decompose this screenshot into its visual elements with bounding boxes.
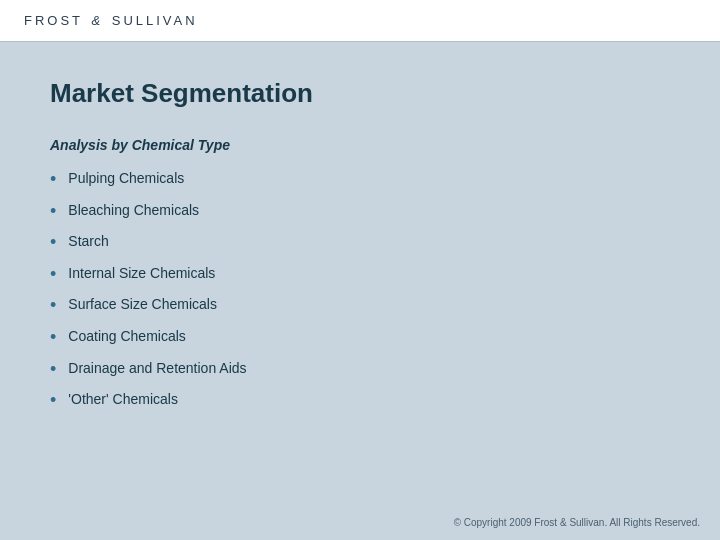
bullet-item-text: Internal Size Chemicals	[68, 264, 215, 284]
list-item: •'Other' Chemicals	[50, 390, 670, 412]
list-item: •Drainage and Retention Aids	[50, 359, 670, 381]
bullet-icon: •	[50, 264, 56, 286]
bullet-icon: •	[50, 359, 56, 381]
page-title: Market Segmentation	[50, 78, 670, 109]
bullet-icon: •	[50, 169, 56, 191]
list-item: •Internal Size Chemicals	[50, 264, 670, 286]
bullet-icon: •	[50, 390, 56, 412]
bullet-icon: •	[50, 295, 56, 317]
bullet-item-text: Drainage and Retention Aids	[68, 359, 246, 379]
list-item: •Bleaching Chemicals	[50, 201, 670, 223]
copyright-text: © Copyright 2009 Frost & Sullivan. All R…	[454, 517, 700, 528]
bullet-item-text: Bleaching Chemicals	[68, 201, 199, 221]
header-bar: FROST & SULLIVAN	[0, 0, 720, 42]
bullet-icon: •	[50, 232, 56, 254]
bullet-icon: •	[50, 201, 56, 223]
slide-container: FROST & SULLIVAN Market Segmentation Ana…	[0, 0, 720, 540]
list-item: •Coating Chemicals	[50, 327, 670, 349]
bullet-list: •Pulping Chemicals•Bleaching Chemicals•S…	[50, 169, 670, 412]
bullet-item-text: Pulping Chemicals	[68, 169, 184, 189]
bullet-item-text: Starch	[68, 232, 108, 252]
section-heading: Analysis by Chemical Type	[50, 137, 670, 153]
content-area: Market Segmentation Analysis by Chemical…	[0, 42, 720, 442]
logo: FROST & SULLIVAN	[24, 13, 198, 28]
list-item: •Starch	[50, 232, 670, 254]
list-item: •Surface Size Chemicals	[50, 295, 670, 317]
footer: © Copyright 2009 Frost & Sullivan. All R…	[454, 517, 700, 528]
bullet-item-text: Coating Chemicals	[68, 327, 186, 347]
bullet-icon: •	[50, 327, 56, 349]
bullet-item-text: 'Other' Chemicals	[68, 390, 178, 410]
bullet-item-text: Surface Size Chemicals	[68, 295, 217, 315]
list-item: •Pulping Chemicals	[50, 169, 670, 191]
